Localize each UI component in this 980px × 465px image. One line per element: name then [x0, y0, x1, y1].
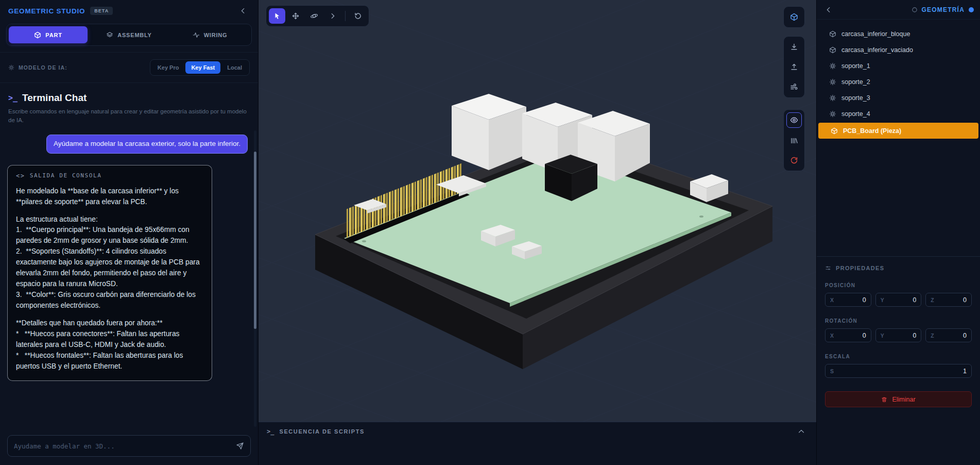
- geometry-item-carcasa-inferior-bloque[interactable]: carcasa_inferior_bloque: [817, 26, 980, 42]
- properties-title: PROPIEDADES: [836, 265, 884, 271]
- chat-scrollbar[interactable]: [254, 130, 256, 427]
- geometry-item-label: soporte_1: [841, 62, 870, 70]
- properties-header: PROPIEDADES: [825, 265, 972, 271]
- chat-scrollbar-thumb[interactable]: [254, 152, 256, 329]
- sliders-icon: [825, 265, 831, 271]
- console-paragraph: **Detalles que han quedado fuera por aho…: [16, 318, 203, 372]
- import-button[interactable]: [786, 59, 802, 75]
- rotation-y-field: Y: [875, 328, 922, 342]
- cube-icon: [34, 31, 41, 39]
- upload-icon: [790, 63, 798, 71]
- position-y-input[interactable]: [884, 296, 917, 304]
- brand: GEOMETRIC STUDIO BETA: [8, 7, 113, 15]
- delete-button[interactable]: Eliminar: [825, 391, 972, 407]
- model-option-local[interactable]: Local: [221, 61, 248, 74]
- collapse-left-panel-button[interactable]: [236, 4, 250, 18]
- download-icon: [790, 43, 798, 51]
- geometry-title-row: GEOMETRÍA: [912, 6, 974, 13]
- viewport-3d: >_ SECUENCIA DE SCRIPTS: [259, 0, 816, 465]
- beta-badge: BETA: [90, 7, 113, 15]
- position-x-input[interactable]: [834, 296, 866, 304]
- geometry-item-label: carcasa_inferior_bloque: [841, 30, 910, 38]
- right-panel: GEOMETRÍA carcasa_inferior_bloque carcas…: [816, 0, 980, 465]
- reset-view-button[interactable]: [350, 8, 366, 24]
- tab-assembly[interactable]: ASSEMBLY: [90, 26, 168, 43]
- chevron-right-icon: [329, 12, 336, 20]
- axis-x-label: X: [830, 333, 834, 339]
- move-icon: [291, 12, 300, 20]
- chat-messages: Ayúdame a modelar la carcasa exterior, s…: [0, 128, 258, 429]
- move-tool-button[interactable]: [287, 8, 304, 24]
- chat-input-area: [0, 429, 258, 465]
- mode-tabs: PART ASSEMBLY WIRING: [0, 22, 258, 52]
- gear-icon: [829, 94, 836, 102]
- chat-header: >_ Terminal Chat Escribe comandos en len…: [0, 83, 258, 128]
- geometry-item-soporte-4[interactable]: soporte_4: [817, 106, 980, 122]
- tab-wiring[interactable]: WIRING: [170, 26, 249, 43]
- toolbar-divider: [345, 11, 346, 21]
- code-icon: <>: [16, 172, 25, 179]
- view-cube-button[interactable]: [786, 9, 802, 25]
- rotation-z-input[interactable]: [934, 332, 967, 339]
- wireframe-button[interactable]: [786, 79, 802, 95]
- ai-model-label: MODELO DE IA:: [19, 64, 67, 71]
- expand-tools-button[interactable]: [324, 8, 341, 24]
- library-icon: [790, 136, 798, 144]
- viewport-side-tools: [783, 6, 805, 179]
- chevron-up-icon: [798, 428, 805, 435]
- geometry-item-label: soporte_2: [841, 78, 870, 86]
- select-tool-button[interactable]: [269, 8, 285, 24]
- 3d-scene[interactable]: [259, 0, 816, 422]
- scale-label: ESCALA: [825, 354, 972, 359]
- display-tools-box: [783, 109, 805, 171]
- axis-x-label: X: [830, 297, 834, 303]
- gear-icon: [829, 78, 836, 86]
- position-z-input[interactable]: [934, 296, 967, 304]
- position-inputs: X Y Z: [825, 293, 972, 307]
- rotation-y-input[interactable]: [884, 332, 917, 339]
- geometry-item-soporte-2[interactable]: soporte_2: [817, 74, 980, 90]
- position-x-field: X: [825, 293, 871, 307]
- scale-s-input[interactable]: [834, 368, 967, 375]
- rotation-inputs: X Y Z: [825, 328, 972, 342]
- layers-icon: [106, 31, 113, 39]
- chat-subtitle: Escribe comandos en lenguaje natural par…: [8, 107, 250, 124]
- orbit-tool-button[interactable]: [306, 8, 322, 24]
- refresh-icon: [790, 156, 798, 164]
- refresh-scene-button[interactable]: [786, 153, 802, 168]
- tab-assembly-label: ASSEMBLY: [117, 32, 152, 38]
- model-option-key-pro[interactable]: Key Pro: [152, 61, 185, 74]
- chat-input[interactable]: [14, 442, 236, 450]
- model-option-key-fast[interactable]: Key Fast: [185, 61, 220, 74]
- io-tools-box: [783, 36, 805, 98]
- view-mode-box: [783, 6, 805, 28]
- position-z-field: Z: [925, 293, 972, 307]
- axis-y-label: Y: [881, 333, 884, 339]
- tab-part[interactable]: PART: [9, 26, 88, 43]
- wind-icon: [790, 83, 798, 91]
- visibility-button[interactable]: [786, 112, 802, 128]
- send-button[interactable]: [236, 442, 244, 450]
- chevron-left-icon: [239, 7, 247, 14]
- geometry-item-label: carcasa_inferior_vaciado: [841, 46, 913, 54]
- geometry-item-pcb-board[interactable]: PCB_Board (Pieza): [818, 123, 978, 139]
- cube-icon: [829, 30, 836, 38]
- geometry-item-soporte-3[interactable]: soporte_3: [817, 90, 980, 106]
- activity-icon: [193, 31, 200, 39]
- scripts-header-row[interactable]: >_ SECUENCIA DE SCRIPTS: [259, 422, 816, 441]
- cube-icon: [831, 127, 838, 135]
- properties-panel: PROPIEDADES POSICIÓN X Y Z ROTACIÓN: [817, 256, 980, 465]
- viewport-toolbar: [266, 5, 369, 27]
- collapse-right-panel-button[interactable]: [822, 3, 835, 16]
- geometry-item-soporte-1[interactable]: soporte_1: [817, 58, 980, 74]
- delete-button-label: Eliminar: [892, 396, 915, 403]
- gear-icon: [829, 110, 836, 118]
- axis-y-label: Y: [881, 297, 884, 303]
- rotation-x-field: X: [825, 328, 871, 342]
- ai-model-selector: Key Pro Key Fast Local: [150, 59, 250, 76]
- collapse-scripts-button[interactable]: [795, 425, 808, 438]
- export-button[interactable]: [786, 39, 802, 55]
- rotation-x-input[interactable]: [834, 332, 866, 339]
- geometry-item-carcasa-inferior-vaciado[interactable]: carcasa_inferior_vaciado: [817, 42, 980, 58]
- library-button[interactable]: [786, 132, 802, 148]
